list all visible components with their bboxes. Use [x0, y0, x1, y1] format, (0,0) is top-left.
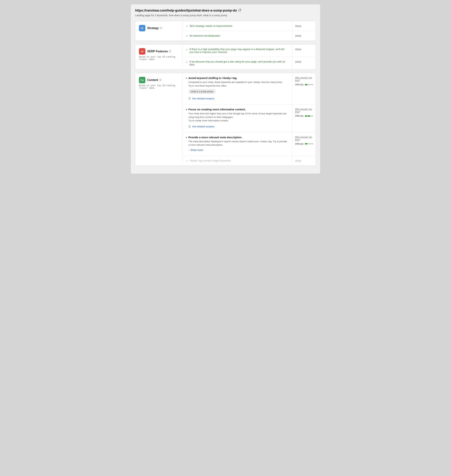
check-icon-2: ✓	[186, 34, 188, 37]
serp-desc: Based on your top 10-ranking rivals' dat…	[139, 56, 178, 61]
content-rows: • Avoid keyword stuffing in <body> tag. …	[182, 73, 316, 166]
strategy-row-2-content: ✓ No keyword cannibalization	[182, 31, 292, 41]
strategy-about-1[interactable]: About	[295, 25, 301, 27]
serp-row-2-content: ✓ If we discover that you should get a s…	[182, 57, 292, 69]
serp-rows: ✓ If there is a high probability that yo…	[182, 44, 316, 69]
why-link-1[interactable]: Why should I do this?	[295, 76, 313, 82]
content-row-2-desc: Your rivals that rank higher than you in…	[188, 112, 288, 123]
content-desc: Based on your top 10-ranking rivals' dat…	[139, 84, 178, 89]
serp-card: Sf SERP Features ⓘ Based on your top 10-…	[135, 44, 316, 69]
show-more-label: Show more	[190, 148, 203, 151]
content-row-2: • Focus on creating more informative con…	[182, 105, 316, 133]
strategy-row-1-text: SEO strategy needs no improvements.	[189, 25, 233, 27]
content-row-1: • Avoid keyword stuffing in <body> tag. …	[182, 73, 316, 105]
content-title: Content ⓘ	[147, 78, 162, 82]
strategy-info-icon[interactable]: ⓘ	[160, 26, 162, 30]
strategy-rows: ✓ SEO strategy needs no improvements. Ab…	[182, 21, 316, 41]
analysis-icon-2: 🗒	[188, 125, 191, 128]
content-info-icon[interactable]: ⓘ	[159, 78, 162, 82]
difficulty-bar-1	[305, 84, 313, 85]
serp-row-1-action: About	[292, 44, 316, 57]
serp-row-1: ✓ If there is a high probability that yo…	[182, 44, 316, 57]
strategy-about-2[interactable]: About	[295, 34, 301, 37]
content-row-1-title: Avoid keyword stuffing in <body> tag.	[188, 76, 282, 80]
strategy-card: St Strategy ⓘ ✓ SEO strategy needs no im…	[135, 21, 316, 41]
serp-check-icon-2: ✓	[186, 61, 188, 63]
strategy-title: Strategy ⓘ	[147, 26, 162, 30]
why-link-3[interactable]: Why should I do this?	[295, 136, 313, 141]
content-row-3-title: Provide a more relevant meta description…	[188, 136, 288, 139]
serp-left: Sf SERP Features ⓘ Based on your top 10-…	[135, 44, 182, 69]
bullet-dot-2: •	[186, 108, 187, 112]
strategy-badge: St	[139, 25, 145, 31]
serp-row-1-text: If there is a high probability that your…	[189, 48, 288, 54]
content-row-4-content: ✓ <body> tag contains target keywords.	[182, 156, 292, 166]
serp-row-2-text: If we discover that you should get a sta…	[189, 60, 288, 66]
page-wrapper: https://ranshaw.com/help-guides/tips/wha…	[131, 4, 320, 174]
diff-seg-3-1	[305, 143, 307, 144]
serp-about-1[interactable]: About	[295, 48, 301, 50]
content-row-1-content: • Avoid keyword stuffing in <body> tag. …	[182, 73, 292, 104]
why-link-2[interactable]: Why should I do this?	[295, 108, 313, 113]
page-url-row: https://ranshaw.com/help-guides/tips/wha…	[135, 9, 316, 12]
strategy-row-1: ✓ SEO strategy needs no improvements. Ab…	[182, 21, 316, 31]
content-badge: Co	[139, 77, 145, 83]
content-about-4[interactable]: About	[295, 159, 301, 162]
serp-row-2: ✓ If we discover that you should get a s…	[182, 57, 316, 69]
content-row-4-text: <body> tag contains target keywords.	[189, 159, 232, 162]
diff-seg-3-2	[308, 143, 310, 144]
content-row-2-content: • Focus on creating more informative con…	[182, 105, 292, 132]
external-link-icon[interactable]	[238, 9, 241, 12]
content-left: Co Content ⓘ Based on your top 10-rankin…	[135, 73, 182, 166]
diff-seg-3-3	[311, 143, 313, 144]
diff-seg-2-2	[308, 115, 310, 117]
bullet-dot-3: •	[186, 136, 187, 140]
check-icon-1: ✓	[186, 25, 188, 28]
strategy-row-2-action: About	[292, 31, 316, 41]
diff-seg-1-3	[311, 84, 313, 85]
page-url-text[interactable]: https://ranshaw.com/help-guides/tips/wha…	[135, 9, 237, 12]
strategy-row-2-text: No keyword cannibalization	[189, 34, 220, 37]
diff-seg-1-2	[308, 84, 310, 85]
strategy-left: St Strategy ⓘ	[135, 21, 182, 41]
content-row-2-title: Focus on creating more informative conte…	[188, 108, 288, 111]
difficulty-bar-2	[305, 115, 313, 117]
page-subtitle: Landing page for 2 keywords: how does a …	[135, 14, 316, 17]
serp-about-2[interactable]: About	[295, 60, 301, 63]
content-card: Co Content ⓘ Based on your top 10-rankin…	[135, 73, 316, 166]
content-row-3: • Provide a more relevant meta descripti…	[182, 133, 316, 156]
diff-seg-2-1	[305, 115, 307, 117]
serp-badge: Sf	[139, 48, 145, 55]
diff-seg-1-1	[305, 84, 307, 85]
strategy-row-1-action: About	[292, 21, 316, 31]
content-row-1-desc: Compared to your rivals, these keywords …	[188, 80, 282, 87]
content-row-2-action: Why should I do this? Difficulty:	[292, 105, 316, 132]
serp-title: SERP Features ⓘ	[147, 50, 171, 53]
bullet-dot-1: •	[186, 76, 187, 80]
analysis-icon-1: 🗒	[188, 97, 191, 100]
content-row-1-action: Why should I do this? Difficulty:	[292, 73, 316, 104]
content-row-3-content: • Provide a more relevant meta descripti…	[182, 133, 292, 156]
show-more-row[interactable]: › Show more	[188, 148, 288, 151]
chevron-right-icon: ›	[188, 148, 189, 151]
serp-row-2-action: About	[292, 57, 316, 69]
serp-check-icon-1: ✓	[186, 48, 188, 51]
see-analysis-link-1[interactable]: 🗒 See detailed analysis	[188, 97, 282, 100]
strategy-row-2: ✓ No keyword cannibalization About	[182, 31, 316, 41]
content-row-3-desc: The meta description displayed in search…	[188, 140, 288, 147]
serp-row-1-content: ✓ If there is a high probability that yo…	[182, 44, 292, 57]
difficulty-row-3: Difficulty:	[295, 143, 313, 145]
see-analysis-link-2[interactable]: 🗒 See detailed analysis	[188, 125, 288, 128]
difficulty-bar-3	[305, 143, 313, 144]
content-row-3-action: Why should I do this? Difficulty:	[292, 133, 316, 156]
difficulty-row-1: Difficulty:	[295, 83, 313, 86]
diff-seg-2-3	[311, 115, 313, 117]
serp-info-icon[interactable]: ⓘ	[169, 50, 171, 53]
strategy-row-1-content: ✓ SEO strategy needs no improvements.	[182, 21, 292, 31]
content-check-icon-4: ✓	[186, 159, 188, 162]
content-row-4: ✓ <body> tag contains target keywords. A…	[182, 156, 316, 166]
keyword-tag-1: what is a sump pump	[188, 89, 216, 94]
content-row-4-action: About	[292, 156, 316, 166]
difficulty-row-2: Difficulty:	[295, 115, 313, 117]
